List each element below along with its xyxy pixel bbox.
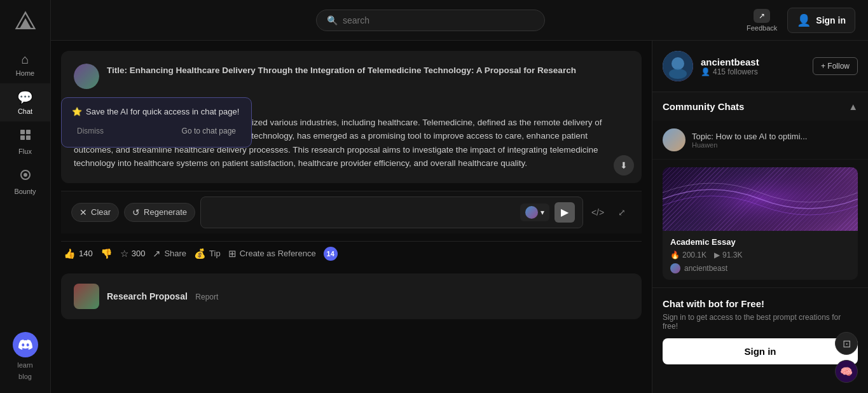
sidebar-item-bounty[interactable]: Bounty — [0, 162, 50, 202]
chat-feed: Title: Enhancing Healthcare Delivery Thr… — [51, 41, 652, 393]
profile-info: ancientbeast 👤 415 followers — [701, 57, 759, 76]
feedback-button[interactable]: ↗ Feedback — [747, 9, 777, 32]
featured-card: Academic Essay 🔥 200.1K ▶ 91.3K a — [663, 167, 858, 280]
dismiss-button[interactable]: Dismiss — [72, 124, 109, 138]
chat-item-info: Topic: How to use AI to optimi... Huawen — [692, 132, 807, 149]
brain-icon[interactable]: 🧠 — [835, 360, 858, 383]
like-button[interactable]: 👍 140 — [64, 248, 93, 259]
discord-icon[interactable] — [13, 332, 38, 357]
sidebar-item-flux[interactable]: Flux — [0, 121, 50, 162]
flux-icon — [18, 128, 32, 145]
topbar-right: ↗ Feedback 👤 Sign in — [747, 8, 855, 33]
reference-icon: ⊞ — [228, 248, 237, 259]
learn-link[interactable]: learn — [17, 361, 32, 369]
follow-button[interactable]: + Follow — [813, 57, 858, 75]
tip-button[interactable]: 💰 Tip — [194, 248, 221, 259]
regenerate-icon: ↺ — [132, 207, 140, 217]
comments-badge[interactable]: 14 — [324, 247, 338, 261]
model-selector[interactable]: ▾ — [520, 203, 549, 221]
goto-chat-button[interactable]: Go to chat page — [177, 124, 241, 138]
chat-icon: 💬 — [17, 90, 33, 105]
featured-plays: ▶ 91.3K — [714, 251, 742, 259]
bounty-icon — [18, 168, 32, 185]
sidebar-item-label: Home — [16, 69, 34, 77]
sidebar-item-label: Bounty — [14, 188, 36, 195]
star-button[interactable]: ☆ 300 — [120, 248, 146, 259]
report-link[interactable]: Report — [195, 293, 218, 301]
reference-button[interactable]: ⊞ Create as Reference — [228, 248, 316, 259]
dislike-button[interactable]: 👎 — [100, 248, 113, 259]
sidebar-bottom: learn blog — [13, 332, 38, 385]
message-card: Title: Enhancing Healthcare Delivery Thr… — [61, 51, 642, 183]
blog-link[interactable]: blog — [18, 373, 32, 380]
download-button[interactable]: ⬇ — [614, 155, 634, 176]
featured-info: Academic Essay 🔥 200.1K ▶ 91.3K a — [663, 231, 858, 280]
like-meta-icon: 🔥 — [670, 251, 680, 259]
send-button[interactable]: ▶ — [555, 202, 575, 223]
profile-avatar — [663, 51, 693, 81]
app-logo[interactable] — [11, 8, 39, 36]
regenerate-button[interactable]: ↺ Regenerate — [124, 203, 195, 222]
home-icon: ⌂ — [21, 52, 29, 67]
expand-panel-icon[interactable]: ⊡ — [835, 332, 858, 355]
tip-icon: 💰 — [194, 248, 206, 259]
signin-desc: Sign in to get access to the best prompt… — [663, 313, 858, 331]
sidebar-item-home[interactable]: ⌂ Home — [0, 46, 50, 83]
code-button[interactable]: </> — [588, 203, 607, 222]
next-message-title: Research Proposal — [107, 291, 188, 301]
chat-text-input[interactable] — [209, 207, 515, 217]
community-chats-label: Community Chats — [663, 101, 744, 112]
play-meta-icon: ▶ — [714, 251, 720, 259]
signin-main-button[interactable]: Sign in — [663, 338, 858, 364]
svg-rect-3 — [26, 130, 31, 134]
tooltip-actions: Dismiss Go to chat page — [72, 124, 241, 138]
clear-icon: ✕ — [79, 207, 87, 217]
main-content: 🔍 ↗ Feedback 👤 Sign in — [51, 0, 868, 393]
clear-button[interactable]: ✕ Clear — [71, 203, 119, 222]
message-header: Title: Enhancing Healthcare Delivery Thr… — [74, 64, 629, 89]
featured-image — [663, 167, 858, 231]
followers-icon: 👤 — [701, 67, 710, 76]
svg-rect-5 — [26, 135, 31, 140]
featured-title: Academic Essay — [670, 237, 850, 247]
input-area: ✕ Clear ↺ Regenerate ▾ ▶ — [61, 191, 642, 233]
next-message-card: Research Proposal Report — [61, 273, 642, 319]
send-icon: ▶ — [561, 206, 568, 218]
feedback-icon: ↗ — [754, 9, 770, 23]
sidebar-item-chat[interactable]: 💬 Chat — [0, 83, 50, 121]
search-icon: 🔍 — [327, 15, 338, 25]
bottom-right-icons: ⊡ 🧠 — [835, 332, 858, 383]
next-message-avatar — [74, 284, 99, 309]
chevron-up-icon[interactable]: ▲ — [848, 101, 858, 112]
chat-item-avatar — [663, 128, 685, 151]
chat-item[interactable]: Topic: How to use AI to optimi... Huawen — [652, 121, 868, 160]
featured-likes: 🔥 200.1K — [670, 251, 706, 259]
message-title: Title: Enhancing Healthcare Delivery Thr… — [107, 64, 576, 78]
left-sidebar: ⌂ Home 💬 Chat Flux Bounty — [0, 0, 51, 393]
svg-point-7 — [24, 173, 27, 177]
signin-title: Chat with bot for Free! — [663, 298, 858, 309]
topbar: 🔍 ↗ Feedback 👤 Sign in — [51, 0, 868, 41]
reaction-row: 👍 140 👎 ☆ 300 ↗ Share 💰 Tip — [61, 241, 642, 266]
action-row: ✕ Clear ↺ Regenerate ▾ ▶ — [71, 197, 631, 228]
star-icon: ⭐ — [72, 107, 82, 116]
chat-topic: Topic: How to use AI to optimi... — [692, 132, 807, 141]
svg-rect-4 — [20, 135, 25, 140]
star-icon: ☆ — [120, 248, 128, 259]
user-icon: 👤 — [797, 13, 811, 27]
share-button[interactable]: ↗ Share — [153, 248, 186, 259]
featured-author: ancientbeast — [670, 263, 850, 273]
featured-meta: 🔥 200.1K ▶ 91.3K — [670, 251, 850, 259]
sign-in-label: Sign in — [816, 15, 846, 25]
svg-rect-2 — [20, 130, 25, 134]
expand-button[interactable]: ⤢ — [612, 203, 631, 222]
text-input-wrap: ▾ ▶ — [200, 197, 583, 228]
svg-point-10 — [669, 69, 687, 79]
profile-name: ancientbeast — [701, 57, 759, 67]
sign-in-button[interactable]: 👤 Sign in — [787, 8, 855, 33]
author-avatar — [670, 263, 680, 273]
search-bar[interactable]: 🔍 — [316, 10, 545, 31]
message-avatar — [74, 64, 99, 89]
chevron-down-icon: ▾ — [541, 208, 544, 217]
search-input[interactable] — [343, 15, 534, 25]
